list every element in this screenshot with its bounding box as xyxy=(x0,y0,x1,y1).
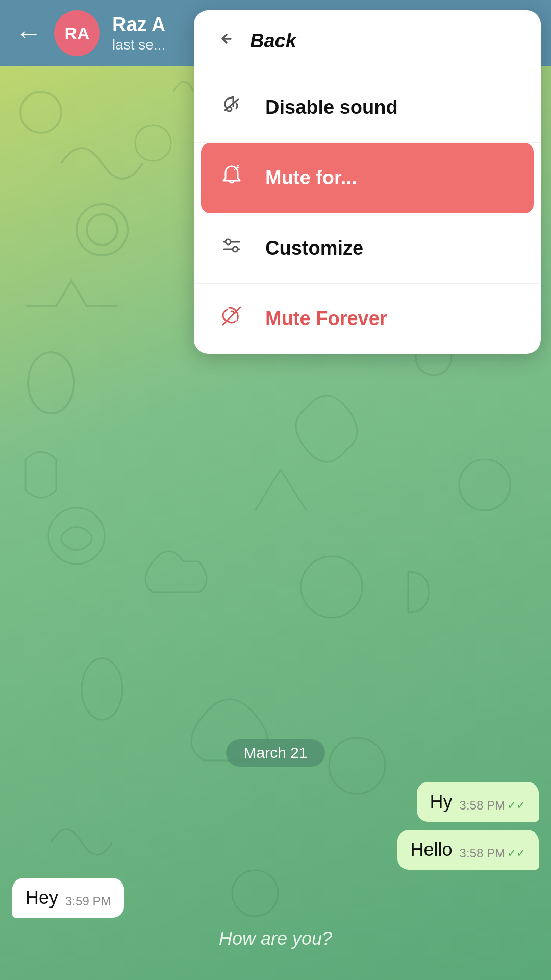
bell-z-icon: z z xyxy=(216,161,247,194)
no-sound-icon xyxy=(216,302,247,335)
message-text: Hey xyxy=(26,887,58,909)
mute-for-menu-item[interactable]: z z Mute for... xyxy=(201,143,534,213)
svg-point-17 xyxy=(226,239,231,244)
read-receipt: ✓✓ xyxy=(507,847,525,860)
message-meta: 3:59 PM xyxy=(65,894,111,909)
avatar: RA xyxy=(54,10,100,56)
message-bubble-sent: Hy 3:58 PM ✓✓ xyxy=(417,782,539,822)
table-row: Hy 3:58 PM ✓✓ xyxy=(12,782,539,822)
messages-list: Hy 3:58 PM ✓✓ Hello 3:58 PM ✓✓ Hey 3:59 … xyxy=(0,782,551,918)
disable-sound-label: Disable sound xyxy=(265,96,398,118)
message-text: Hello xyxy=(411,839,453,861)
back-menu-item[interactable]: Back xyxy=(194,10,541,72)
table-row: Hello 3:58 PM ✓✓ xyxy=(12,830,539,870)
message-text: Hy xyxy=(430,791,453,813)
message-bubble-sent: Hello 3:58 PM ✓✓ xyxy=(397,830,539,870)
message-meta: 3:58 PM ✓✓ xyxy=(460,798,525,813)
read-receipt: ✓✓ xyxy=(507,799,525,812)
mute-forever-menu-item[interactable]: Mute Forever xyxy=(194,284,541,354)
no-music-icon xyxy=(216,91,247,124)
date-separator: March 21 xyxy=(0,739,551,767)
svg-point-13 xyxy=(227,107,232,111)
message-meta: 3:58 PM ✓✓ xyxy=(460,846,525,861)
svg-point-19 xyxy=(233,247,238,252)
header-back-button[interactable]: ← xyxy=(15,18,42,48)
sliders-icon xyxy=(216,232,247,265)
table-row: Hey 3:59 PM xyxy=(12,878,539,918)
back-label: Back xyxy=(250,30,296,52)
dropdown-panel: Back Disable sound z z xyxy=(194,10,541,354)
disable-sound-menu-item[interactable]: Disable sound xyxy=(194,72,541,143)
partial-message: How are you? xyxy=(0,918,551,960)
customize-label: Customize xyxy=(265,237,363,259)
mute-for-label: Mute for... xyxy=(265,167,357,189)
customize-menu-item[interactable]: Customize xyxy=(194,213,541,284)
date-badge: March 21 xyxy=(226,739,324,767)
svg-text:z: z xyxy=(237,164,239,169)
message-bubble-received: Hey 3:59 PM xyxy=(12,878,124,918)
back-icon xyxy=(216,29,237,54)
mute-forever-label: Mute Forever xyxy=(265,308,387,330)
